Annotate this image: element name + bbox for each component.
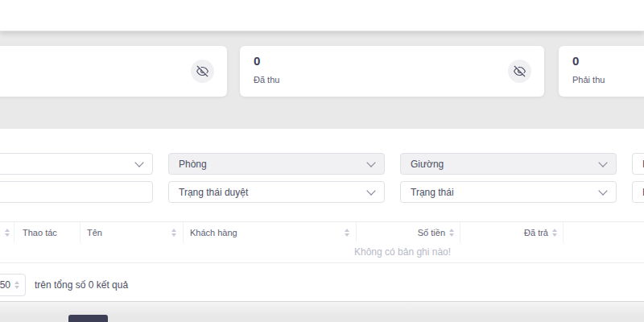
- table-header-cell-actions[interactable]: Thao tác: [14, 222, 80, 242]
- filter-select-bed[interactable]: Giường: [400, 153, 617, 175]
- empty-state-message: Không có bản ghi nào!: [354, 246, 451, 258]
- collected-label: Đã thu: [254, 75, 279, 85]
- filter-select-right-truncated[interactable]: H: [632, 153, 644, 175]
- filter-label: Giường: [411, 159, 444, 170]
- chevron-down-icon: [598, 186, 607, 195]
- summary-card-left: [0, 46, 227, 97]
- filter-select-room[interactable]: Phòng: [168, 153, 385, 175]
- chevron-down-icon: [134, 158, 143, 167]
- column-label: Khách hàng: [190, 228, 237, 237]
- filter-label: Trạng thái duyệt: [179, 187, 248, 198]
- top-header-band: [0, 0, 644, 31]
- bottom-dark-button[interactable]: [68, 315, 108, 322]
- table-header-cell-name[interactable]: Tên: [80, 222, 184, 242]
- table-header-cell-truncated[interactable]: [0, 222, 14, 242]
- filter-select-left-truncated[interactable]: [0, 153, 153, 175]
- table-header: Thao tác Tên Khách hàng Số tiền Đã trả: [0, 221, 644, 243]
- filter-label: Trạng thái: [411, 187, 454, 198]
- sort-arrows-icon: [345, 229, 349, 237]
- filter-label: Phòng: [179, 159, 207, 170]
- summary-card-receivable: 0 Phải thu: [559, 46, 644, 97]
- number-stepper-icon: [14, 281, 19, 289]
- filter-select-approval-status[interactable]: Trạng thái duyệt: [168, 181, 385, 203]
- filter-select-right-truncated[interactable]: H: [632, 181, 644, 203]
- filter-input-left-truncated[interactable]: [0, 181, 153, 203]
- chevron-down-icon: [598, 158, 607, 167]
- page-size-select[interactable]: 50: [0, 274, 26, 296]
- collected-value: 0: [254, 54, 260, 68]
- column-label: Số tiền: [418, 228, 445, 237]
- sort-arrows-icon: [449, 229, 454, 237]
- table-empty-row: Không có bản ghi nào!: [0, 242, 644, 263]
- column-label: Tên: [87, 228, 102, 237]
- chevron-down-icon: [366, 186, 375, 195]
- table-header-cell-customer[interactable]: Khách hàng: [184, 222, 357, 242]
- eye-off-icon[interactable]: [191, 60, 214, 83]
- filter-select-status[interactable]: Trạng thái: [400, 181, 617, 203]
- sort-arrows-icon: [5, 229, 10, 237]
- screen: 0 Đã thu 0 Phải thu Phòng Giường H T: [0, 0, 644, 322]
- page-size-value: 50: [0, 279, 10, 291]
- receivable-value: 0: [572, 54, 579, 68]
- sort-arrows-icon: [171, 229, 176, 237]
- table-header-cell-empty: [564, 222, 644, 242]
- table-header-cell-paid[interactable]: Đã trả: [460, 222, 564, 242]
- column-label: Thao tác: [23, 228, 57, 237]
- receivable-label: Phải thu: [572, 75, 605, 85]
- table-header-cell-amount[interactable]: Số tiền: [357, 222, 460, 242]
- summary-card-collected: 0 Đã thu: [240, 46, 544, 97]
- sort-arrows-icon: [552, 229, 557, 237]
- eye-off-icon[interactable]: [508, 60, 531, 83]
- chevron-down-icon: [366, 158, 375, 167]
- results-total-label: trên tổng số 0 kết quả: [35, 279, 128, 291]
- column-label: Đã trả: [524, 228, 548, 237]
